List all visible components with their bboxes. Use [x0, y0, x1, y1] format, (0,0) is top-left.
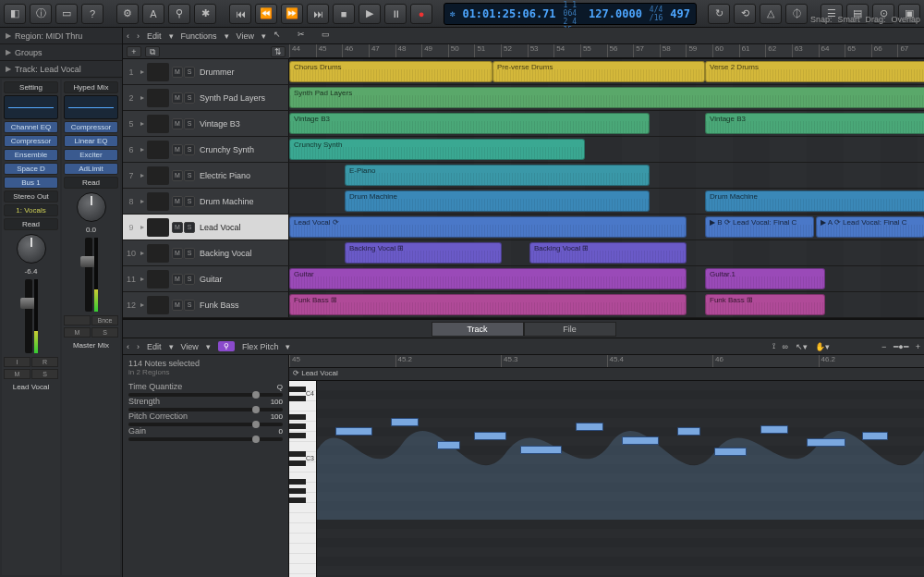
- chevron-right-icon[interactable]: ›: [137, 342, 140, 351]
- param-slider[interactable]: [128, 423, 283, 426]
- insert-slot[interactable]: Channel EQ: [4, 121, 58, 133]
- tab-track[interactable]: Track: [432, 322, 524, 337]
- track-lane[interactable]: Backing Vocal ⊞Backing Vocal ⊞: [289, 240, 924, 265]
- region[interactable]: Guitar.1: [705, 268, 825, 289]
- track-lane[interactable]: Funk Bass ⊞Funk Bass ⊞: [289, 292, 924, 317]
- output-slot[interactable]: Stereo Out: [4, 190, 58, 203]
- track-icon[interactable]: [147, 141, 169, 159]
- fast-rewind-icon[interactable]: ⏪: [255, 4, 277, 24]
- track-header[interactable]: 6▸MSCrunchy Synth: [123, 137, 289, 162]
- forward-end-icon[interactable]: ⏭: [307, 4, 329, 24]
- region[interactable]: Pre-verse Drums: [492, 61, 705, 82]
- chevron-left-icon[interactable]: ‹: [127, 342, 129, 351]
- marquee-tool-icon[interactable]: ▭: [322, 30, 338, 43]
- flex-pitch-note[interactable]: [807, 438, 845, 447]
- flex-pitch-note[interactable]: [335, 427, 372, 436]
- param-value[interactable]: 100: [271, 398, 283, 406]
- group-slot[interactable]: 1: Vocals: [4, 204, 58, 216]
- solo-button[interactable]: S: [184, 222, 195, 233]
- region[interactable]: Drum Machine: [345, 190, 650, 212]
- region[interactable]: Vintage B3: [289, 113, 650, 134]
- io-buttons[interactable]: Bnce: [64, 315, 118, 325]
- group-icon[interactable]: ✱: [194, 4, 216, 24]
- flex-pitch-note[interactable]: [576, 423, 603, 431]
- io-buttons[interactable]: IR: [4, 357, 58, 367]
- channel-setting[interactable]: Hyped Mix: [64, 81, 118, 93]
- param-value[interactable]: 0: [279, 427, 283, 436]
- mute-button[interactable]: M: [172, 274, 183, 285]
- zoom-in-icon[interactable]: +: [916, 342, 920, 351]
- editor-ruler[interactable]: 4545.245.345.44646.246.3: [289, 355, 924, 368]
- insert-slot[interactable]: Ensemble: [4, 149, 58, 161]
- disclosure-icon[interactable]: ▸: [140, 68, 144, 76]
- settings-icon[interactable]: ⚙: [116, 4, 139, 24]
- mute-button[interactable]: M: [172, 222, 183, 233]
- editor-menu-view[interactable]: View: [181, 342, 199, 351]
- flex-pitch-note[interactable]: [437, 441, 460, 449]
- disclosure-icon[interactable]: ▸: [140, 93, 144, 102]
- solo-button[interactable]: S: [184, 274, 195, 285]
- track-name[interactable]: Vintage B3: [198, 119, 286, 129]
- record-icon[interactable]: ●: [410, 4, 432, 24]
- eq-thumbnail[interactable]: [64, 95, 118, 119]
- solo-button[interactable]: S: [184, 67, 195, 78]
- track-icon[interactable]: [147, 296, 169, 314]
- drag-value[interactable]: Overlap: [891, 15, 920, 24]
- editor-menu-edit[interactable]: Edit: [147, 342, 162, 351]
- automation-mode[interactable]: Read: [64, 177, 118, 189]
- disclosure-icon[interactable]: ▸: [140, 223, 144, 231]
- link-icon[interactable]: ∞: [783, 342, 788, 351]
- region[interactable]: ▶ A ⟳ Lead Vocal: Final C: [816, 216, 924, 238]
- region[interactable]: Crunchy Synth: [289, 139, 585, 160]
- pan-knob[interactable]: [17, 234, 46, 264]
- inspector-region[interactable]: ▶Region: MIDI Thru: [0, 28, 122, 44]
- note-grid[interactable]: [317, 381, 924, 577]
- insert-slot[interactable]: Compressor: [64, 121, 118, 133]
- menu-edit[interactable]: Edit: [147, 31, 162, 41]
- track-name[interactable]: Lead Vocal: [198, 223, 286, 232]
- pause-icon[interactable]: ⏸: [384, 4, 407, 24]
- track-name[interactable]: Guitar: [198, 275, 286, 284]
- disclosure-icon[interactable]: ▸: [140, 197, 144, 205]
- toolbar-icon[interactable]: ▭: [55, 4, 78, 24]
- insert-slot[interactable]: Linear EQ: [64, 135, 118, 147]
- flex-pitch-note[interactable]: [622, 436, 659, 445]
- play-icon[interactable]: ▶: [359, 4, 381, 24]
- flex-pitch-note[interactable]: [760, 425, 788, 434]
- zoom-slider[interactable]: ━●━: [894, 342, 907, 351]
- region[interactable]: Guitar: [289, 268, 687, 289]
- track-lane[interactable]: Lead Vocal ⟳▶ B ⟳ Lead Vocal: Final C▶ A…: [289, 215, 924, 239]
- zoom-out-icon[interactable]: −: [881, 342, 886, 351]
- replace-icon[interactable]: ⟲: [734, 4, 756, 24]
- disclosure-icon[interactable]: ▸: [140, 249, 144, 257]
- menu-functions[interactable]: Functions: [181, 31, 217, 41]
- mute-button[interactable]: M: [172, 248, 183, 259]
- track-header[interactable]: 10▸MSBacking Vocal: [123, 240, 289, 265]
- catch-icon[interactable]: ⟟: [772, 341, 775, 351]
- solo-button[interactable]: S: [184, 92, 195, 104]
- mute-button[interactable]: M: [172, 300, 183, 311]
- mute-button[interactable]: M: [172, 144, 183, 155]
- param-value[interactable]: Q: [277, 383, 283, 391]
- eq-thumbnail[interactable]: [4, 95, 58, 119]
- param-slider[interactable]: [128, 408, 283, 411]
- track-header[interactable]: 7▸MSElectric Piano: [123, 163, 289, 188]
- automation-mode[interactable]: Read: [4, 218, 58, 230]
- track-icon[interactable]: [147, 218, 169, 237]
- disclosure-icon[interactable]: ▸: [140, 145, 144, 153]
- chevron-left-icon[interactable]: ‹: [127, 31, 129, 41]
- solo-button[interactable]: S: [184, 118, 195, 129]
- track-name[interactable]: Funk Bass: [198, 301, 286, 310]
- library-icon[interactable]: ◧: [4, 4, 26, 24]
- volume-fader[interactable]: [85, 238, 92, 312]
- track-lane[interactable]: Crunchy Synth: [289, 137, 924, 162]
- track-header[interactable]: 12▸MSFunk Bass: [123, 292, 289, 317]
- param-slider[interactable]: [128, 393, 283, 397]
- region[interactable]: Lead Vocal ⟳: [289, 216, 687, 238]
- pan-knob[interactable]: [77, 192, 106, 222]
- region[interactable]: Funk Bass ⊞: [289, 294, 687, 315]
- metronome-icon[interactable]: ⏀: [785, 4, 808, 24]
- inspector-icon[interactable]: ⓘ: [30, 4, 52, 24]
- region[interactable]: Vintage B3: [705, 113, 924, 134]
- track-header[interactable]: 2▸MSSynth Pad Layers: [123, 85, 289, 110]
